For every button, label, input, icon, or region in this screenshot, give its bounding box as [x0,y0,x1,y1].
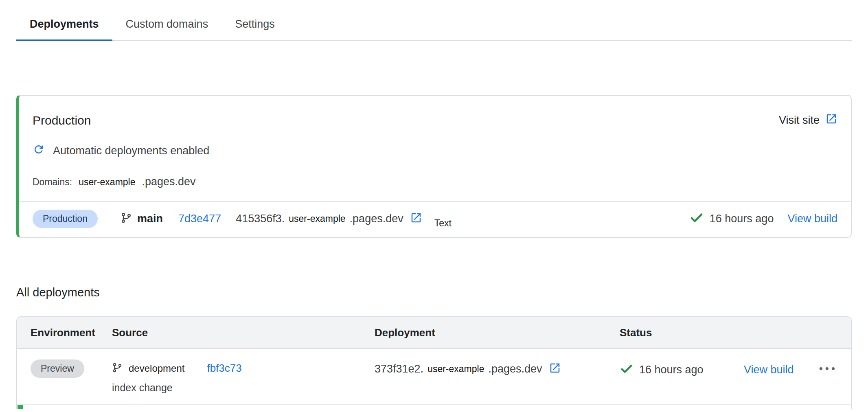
environment-badge: Production [33,210,98,228]
view-build-link[interactable]: View build [787,213,837,225]
table-header-row: Environment Source Deployment Status [17,317,851,349]
row-divider [17,404,851,405]
next-row-production-indicator [18,405,23,409]
production-card: Production Visit site Automatic deployme… [16,95,852,238]
deployment-url-suffix: .pages.dev [350,213,403,225]
branch-name: main [137,213,163,225]
column-header-status: Status [620,327,837,339]
deployment-url-subdomain: user-example [427,364,484,375]
branch-group: main [121,212,163,225]
visit-site-label: Visit site [779,114,820,127]
environment-cell: Preview [31,359,112,378]
domain-suffix: .pages.dev [142,175,196,188]
domain-subdomain: user-example [79,177,135,188]
environment-badge: Preview [31,359,84,378]
column-header-deployment: Deployment [375,327,620,339]
check-icon [620,362,633,377]
refresh-icon [33,143,45,158]
commit-message: index change [112,382,375,394]
tab-deployments[interactable]: Deployments [16,11,112,41]
tab-custom-domains[interactable]: Custom domains [112,11,222,41]
external-link-icon[interactable] [410,212,422,226]
all-deployments-heading: All deployments [16,286,852,299]
deploy-time: 16 hours ago [710,213,774,225]
production-row-status: 16 hours ago View build [689,210,837,227]
deployment-url-prefix: 415356f3. [236,213,285,225]
production-card-header: Production Visit site [33,113,837,128]
tab-bar: Deployments Custom domains Settings [16,11,852,41]
status-time-group: 16 hours ago [620,362,744,377]
tab-settings[interactable]: Settings [221,11,288,41]
git-branch-icon [121,212,132,225]
deployment-url: 415356f3. user-example .pages.dev [236,212,422,226]
status-cell: 16 hours ago View build ••• [620,362,837,377]
column-header-source: Source [112,327,375,339]
deployment-url-suffix: .pages.dev [488,363,542,375]
visit-site-link[interactable]: Visit site [779,113,837,128]
deployment-cell: 373f31e2. user-example .pages.dev [375,362,620,376]
domains-line: Domains: user-example .pages.dev [33,175,837,188]
view-build-link[interactable]: View build [744,364,794,376]
deployment-url-prefix: 373f31e2. [375,363,423,375]
production-title: Production [33,114,91,127]
source-cell: development fbf3c73 index change [112,359,375,394]
external-link-icon[interactable] [549,362,561,376]
production-row-left: Production main 7d3e477 415356f3. user-e… [33,210,452,228]
external-link-icon [825,113,837,128]
column-header-environment: Environment [31,327,112,339]
branch-name: development [129,363,184,374]
check-icon [689,210,704,227]
auto-deployments-status: Automatic deployments enabled [33,143,837,158]
table-row: Preview development fbf3c73 index change [17,349,851,404]
production-deployment-row: Production main 7d3e477 415356f3. user-e… [33,202,837,235]
auto-deployments-label: Automatic deployments enabled [53,145,209,157]
commit-link[interactable]: 7d3e477 [178,213,221,225]
commit-link[interactable]: fbf3c73 [207,362,241,375]
text-annotation: Text [434,218,452,229]
source-branch-line: development fbf3c73 [112,362,375,375]
deployments-table: Environment Source Deployment Status Pre… [16,316,852,409]
domains-label: Domains: [33,177,72,188]
deploy-time: 16 hours ago [639,364,704,376]
deployment-url-subdomain: user-example [289,213,345,224]
deployments-page: Deployments Custom domains Settings Prod… [0,11,868,409]
git-branch-icon [112,362,123,375]
more-options-icon[interactable]: ••• [819,363,837,376]
